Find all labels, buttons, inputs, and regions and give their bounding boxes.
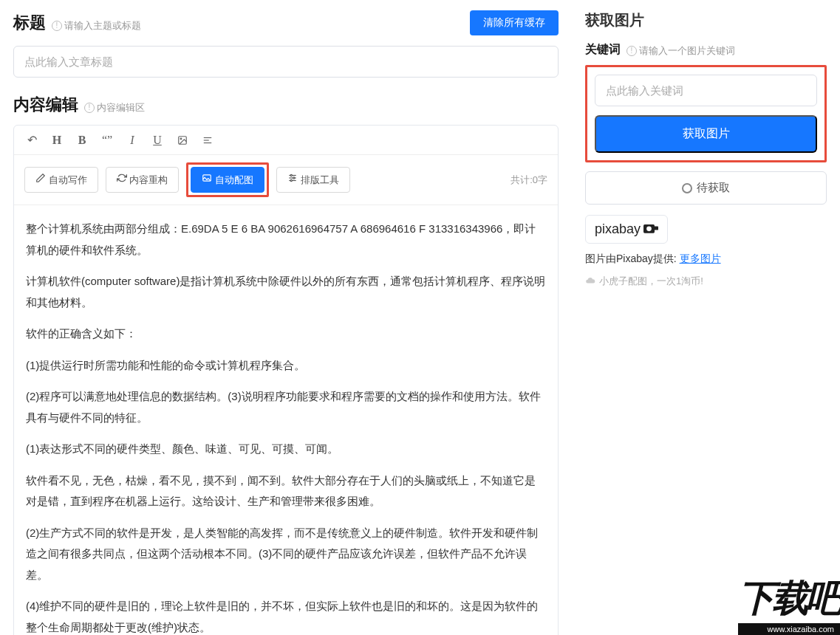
svg-point-11	[290, 179, 292, 181]
image-fetch-panel: 获取图片 关键词 ! 请输入一个图片关键词 获取图片 待获取 pixabay 图…	[572, 0, 840, 635]
bold-icon[interactable]: B	[75, 134, 89, 147]
keyword-input[interactable]	[595, 75, 817, 106]
heading-icon[interactable]: H	[49, 134, 64, 147]
paragraph: 整个计算机系统由两部分组成：E.69DA 5 E 6 BA 9062616964…	[26, 219, 546, 261]
cost-hint: 小虎子配图，一次1淘币!	[585, 275, 827, 288]
svg-point-1	[180, 138, 182, 140]
quote-icon[interactable]: “”	[100, 134, 115, 147]
keyword-header: 关键词 ! 请输入一个图片关键词	[585, 42, 827, 58]
paragraph: 软件看不见，无色，枯燥，看不见，摸不到，闻不到。软件大部分存在于人们的头脑或纸上…	[26, 470, 546, 512]
auto-image-highlight: 自动配图	[186, 162, 269, 197]
article-title-input[interactable]	[13, 46, 559, 78]
restructure-button[interactable]: 内容重构	[106, 167, 180, 193]
fetch-image-button[interactable]: 获取图片	[595, 115, 817, 153]
provider-info: 图片由Pixabay提供: 更多图片	[585, 253, 827, 266]
loading-ring-icon	[682, 183, 692, 193]
char-count: 共计:0字	[511, 174, 547, 187]
title-hint: ! 请输入主题或标题	[52, 19, 141, 32]
underline-icon[interactable]: U	[150, 134, 165, 147]
svg-point-10	[293, 177, 295, 179]
action-toolbar: 自动写作 内容重构 自动配图 排版工具	[14, 155, 558, 205]
paragraph: (2)程序可以满意地处理信息的数据结构。(3)说明程序功能要求和程序需要的文档的…	[26, 386, 546, 428]
paragraph: (2)生产方式不同的软件是开发，是人类智能的高发挥，而不是传统意义上的硬件制造。…	[26, 523, 546, 586]
svg-point-9	[290, 174, 292, 176]
editor-container: ↶ H B “” I U 自动写作	[13, 125, 559, 635]
cloud-icon	[585, 275, 595, 288]
auto-write-button[interactable]: 自动写作	[24, 167, 98, 193]
refresh-icon	[117, 174, 127, 185]
content-hint: ! 内容编辑区	[84, 101, 145, 114]
info-icon: !	[626, 46, 637, 56]
auto-image-button[interactable]: 自动配图	[191, 167, 264, 193]
undo-icon[interactable]: ↶	[24, 133, 39, 147]
info-icon: !	[84, 103, 95, 113]
paragraph: (4)维护不同的硬件是旧的，理论上软件是旧的，并不坏，但实际上软件也是旧的和坏的…	[26, 596, 546, 635]
fetch-status[interactable]: 待获取	[585, 171, 827, 205]
content-header: 内容编辑 ! 内容编辑区	[13, 94, 559, 116]
format-toolbar: ↶ H B “” I U	[14, 126, 558, 155]
content-label: 内容编辑	[13, 94, 78, 116]
pencil-icon	[35, 174, 46, 185]
svg-point-13	[646, 227, 652, 232]
paragraph: 计算机软件(computer software)是指计算机系统中除硬件以外的所有…	[26, 271, 546, 313]
align-icon[interactable]	[200, 135, 215, 145]
paragraph: 软件的正确含义如下：	[26, 323, 546, 345]
title-header: 标题 ! 请输入主题或标题 清除所有缓存	[13, 10, 559, 35]
settings-icon	[287, 174, 298, 185]
layout-tool-button[interactable]: 排版工具	[276, 167, 350, 193]
title-label: 标题	[13, 12, 46, 34]
svg-rect-14	[654, 227, 658, 230]
picture-icon	[202, 174, 212, 185]
keyword-label: 关键词	[585, 42, 621, 58]
italic-icon[interactable]: I	[125, 134, 140, 147]
info-icon: !	[52, 21, 62, 31]
editor-body[interactable]: 整个计算机系统由两部分组成：E.69DA 5 E 6 BA 9062616964…	[14, 205, 558, 635]
paragraph: (1)表达形式不同的硬件类型、颜色、味道、可见、可摸、可闻。	[26, 439, 546, 460]
paragraph: (1)提供运行时所需功能和性能的命令或计算机程序集合。	[26, 355, 546, 377]
keyword-hint: ! 请输入一个图片关键词	[626, 44, 735, 58]
sidebar-title: 获取图片	[585, 10, 827, 30]
more-images-link[interactable]: 更多图片	[680, 253, 721, 264]
clear-cache-button[interactable]: 清除所有缓存	[470, 10, 559, 35]
image-icon[interactable]	[175, 135, 190, 145]
keyword-input-highlight: 获取图片	[585, 65, 827, 162]
main-editor-panel: 标题 ! 请输入主题或标题 清除所有缓存 内容编辑 ! 内容编辑区 ↶	[0, 0, 572, 635]
pixabay-badge: pixabay	[585, 215, 668, 244]
camera-icon	[643, 222, 658, 237]
